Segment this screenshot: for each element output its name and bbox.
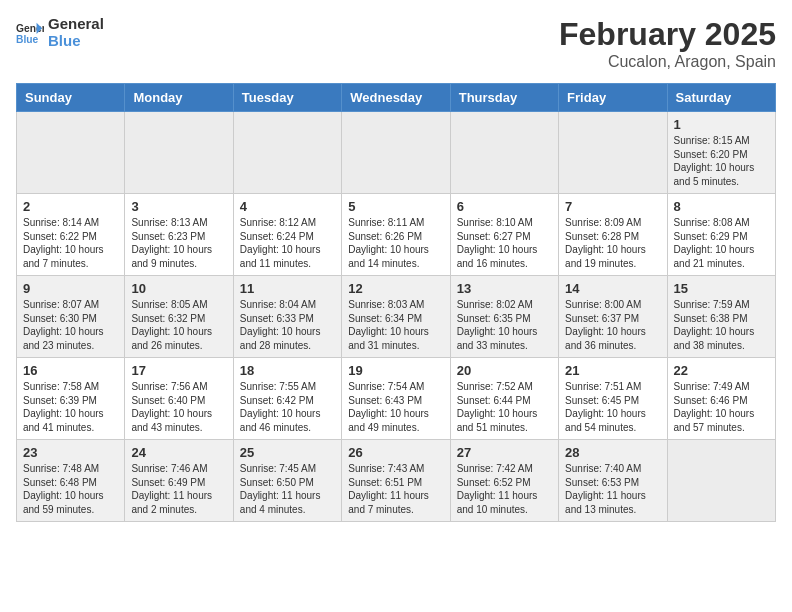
calendar-week-row: 23Sunrise: 7:48 AM Sunset: 6:48 PM Dayli… [17, 440, 776, 522]
day-number: 23 [23, 445, 118, 460]
cell-info: Sunrise: 8:09 AM Sunset: 6:28 PM Dayligh… [565, 216, 660, 270]
calendar-cell: 11Sunrise: 8:04 AM Sunset: 6:33 PM Dayli… [233, 276, 341, 358]
calendar-cell: 18Sunrise: 7:55 AM Sunset: 6:42 PM Dayli… [233, 358, 341, 440]
calendar-cell [559, 112, 667, 194]
calendar-cell: 12Sunrise: 8:03 AM Sunset: 6:34 PM Dayli… [342, 276, 450, 358]
cell-info: Sunrise: 8:04 AM Sunset: 6:33 PM Dayligh… [240, 298, 335, 352]
calendar-cell: 10Sunrise: 8:05 AM Sunset: 6:32 PM Dayli… [125, 276, 233, 358]
cell-info: Sunrise: 8:15 AM Sunset: 6:20 PM Dayligh… [674, 134, 769, 188]
cell-info: Sunrise: 7:46 AM Sunset: 6:49 PM Dayligh… [131, 462, 226, 516]
calendar-cell [342, 112, 450, 194]
calendar-cell: 26Sunrise: 7:43 AM Sunset: 6:51 PM Dayli… [342, 440, 450, 522]
day-number: 16 [23, 363, 118, 378]
calendar-cell: 19Sunrise: 7:54 AM Sunset: 6:43 PM Dayli… [342, 358, 450, 440]
calendar-week-row: 9Sunrise: 8:07 AM Sunset: 6:30 PM Daylig… [17, 276, 776, 358]
weekday-header-monday: Monday [125, 84, 233, 112]
cell-info: Sunrise: 7:49 AM Sunset: 6:46 PM Dayligh… [674, 380, 769, 434]
calendar-cell: 21Sunrise: 7:51 AM Sunset: 6:45 PM Dayli… [559, 358, 667, 440]
logo-text-blue: Blue [48, 33, 104, 50]
day-number: 22 [674, 363, 769, 378]
cell-info: Sunrise: 7:45 AM Sunset: 6:50 PM Dayligh… [240, 462, 335, 516]
day-number: 14 [565, 281, 660, 296]
day-number: 24 [131, 445, 226, 460]
calendar-cell: 16Sunrise: 7:58 AM Sunset: 6:39 PM Dayli… [17, 358, 125, 440]
cell-info: Sunrise: 7:40 AM Sunset: 6:53 PM Dayligh… [565, 462, 660, 516]
cell-info: Sunrise: 7:54 AM Sunset: 6:43 PM Dayligh… [348, 380, 443, 434]
month-year: February 2025 [559, 16, 776, 53]
logo-text-general: General [48, 16, 104, 33]
calendar-cell: 28Sunrise: 7:40 AM Sunset: 6:53 PM Dayli… [559, 440, 667, 522]
weekday-header-sunday: Sunday [17, 84, 125, 112]
day-number: 5 [348, 199, 443, 214]
day-number: 21 [565, 363, 660, 378]
calendar-cell: 25Sunrise: 7:45 AM Sunset: 6:50 PM Dayli… [233, 440, 341, 522]
cell-info: Sunrise: 7:55 AM Sunset: 6:42 PM Dayligh… [240, 380, 335, 434]
cell-info: Sunrise: 8:11 AM Sunset: 6:26 PM Dayligh… [348, 216, 443, 270]
day-number: 20 [457, 363, 552, 378]
calendar-cell: 20Sunrise: 7:52 AM Sunset: 6:44 PM Dayli… [450, 358, 558, 440]
cell-info: Sunrise: 8:00 AM Sunset: 6:37 PM Dayligh… [565, 298, 660, 352]
day-number: 11 [240, 281, 335, 296]
weekday-header-thursday: Thursday [450, 84, 558, 112]
weekday-header-wednesday: Wednesday [342, 84, 450, 112]
calendar-cell: 9Sunrise: 8:07 AM Sunset: 6:30 PM Daylig… [17, 276, 125, 358]
calendar-week-row: 16Sunrise: 7:58 AM Sunset: 6:39 PM Dayli… [17, 358, 776, 440]
calendar-week-row: 2Sunrise: 8:14 AM Sunset: 6:22 PM Daylig… [17, 194, 776, 276]
calendar-cell: 7Sunrise: 8:09 AM Sunset: 6:28 PM Daylig… [559, 194, 667, 276]
calendar-table: SundayMondayTuesdayWednesdayThursdayFrid… [16, 83, 776, 522]
calendar-header-row: SundayMondayTuesdayWednesdayThursdayFrid… [17, 84, 776, 112]
calendar-cell: 13Sunrise: 8:02 AM Sunset: 6:35 PM Dayli… [450, 276, 558, 358]
day-number: 17 [131, 363, 226, 378]
day-number: 15 [674, 281, 769, 296]
calendar-cell: 6Sunrise: 8:10 AM Sunset: 6:27 PM Daylig… [450, 194, 558, 276]
cell-info: Sunrise: 8:07 AM Sunset: 6:30 PM Dayligh… [23, 298, 118, 352]
logo-icon: General Blue [16, 19, 44, 47]
calendar-cell [667, 440, 775, 522]
day-number: 7 [565, 199, 660, 214]
day-number: 19 [348, 363, 443, 378]
calendar-cell: 14Sunrise: 8:00 AM Sunset: 6:37 PM Dayli… [559, 276, 667, 358]
calendar-cell: 5Sunrise: 8:11 AM Sunset: 6:26 PM Daylig… [342, 194, 450, 276]
cell-info: Sunrise: 7:43 AM Sunset: 6:51 PM Dayligh… [348, 462, 443, 516]
weekday-header-friday: Friday [559, 84, 667, 112]
cell-info: Sunrise: 7:42 AM Sunset: 6:52 PM Dayligh… [457, 462, 552, 516]
day-number: 26 [348, 445, 443, 460]
cell-info: Sunrise: 8:08 AM Sunset: 6:29 PM Dayligh… [674, 216, 769, 270]
calendar-cell: 23Sunrise: 7:48 AM Sunset: 6:48 PM Dayli… [17, 440, 125, 522]
logo: General Blue General Blue [16, 16, 104, 49]
day-number: 1 [674, 117, 769, 132]
weekday-header-tuesday: Tuesday [233, 84, 341, 112]
cell-info: Sunrise: 8:03 AM Sunset: 6:34 PM Dayligh… [348, 298, 443, 352]
day-number: 2 [23, 199, 118, 214]
calendar-cell [233, 112, 341, 194]
weekday-header-saturday: Saturday [667, 84, 775, 112]
title-block: February 2025 Cucalon, Aragon, Spain [559, 16, 776, 71]
day-number: 8 [674, 199, 769, 214]
day-number: 9 [23, 281, 118, 296]
cell-info: Sunrise: 8:14 AM Sunset: 6:22 PM Dayligh… [23, 216, 118, 270]
cell-info: Sunrise: 7:51 AM Sunset: 6:45 PM Dayligh… [565, 380, 660, 434]
calendar-cell: 15Sunrise: 7:59 AM Sunset: 6:38 PM Dayli… [667, 276, 775, 358]
calendar-cell: 27Sunrise: 7:42 AM Sunset: 6:52 PM Dayli… [450, 440, 558, 522]
day-number: 3 [131, 199, 226, 214]
cell-info: Sunrise: 8:10 AM Sunset: 6:27 PM Dayligh… [457, 216, 552, 270]
day-number: 27 [457, 445, 552, 460]
page-header: General Blue General Blue February 2025 … [16, 16, 776, 71]
day-number: 13 [457, 281, 552, 296]
cell-info: Sunrise: 7:52 AM Sunset: 6:44 PM Dayligh… [457, 380, 552, 434]
day-number: 28 [565, 445, 660, 460]
cell-info: Sunrise: 8:12 AM Sunset: 6:24 PM Dayligh… [240, 216, 335, 270]
cell-info: Sunrise: 8:05 AM Sunset: 6:32 PM Dayligh… [131, 298, 226, 352]
cell-info: Sunrise: 8:02 AM Sunset: 6:35 PM Dayligh… [457, 298, 552, 352]
cell-info: Sunrise: 7:59 AM Sunset: 6:38 PM Dayligh… [674, 298, 769, 352]
location: Cucalon, Aragon, Spain [559, 53, 776, 71]
calendar-week-row: 1Sunrise: 8:15 AM Sunset: 6:20 PM Daylig… [17, 112, 776, 194]
calendar-cell: 3Sunrise: 8:13 AM Sunset: 6:23 PM Daylig… [125, 194, 233, 276]
day-number: 18 [240, 363, 335, 378]
cell-info: Sunrise: 7:56 AM Sunset: 6:40 PM Dayligh… [131, 380, 226, 434]
calendar-cell: 1Sunrise: 8:15 AM Sunset: 6:20 PM Daylig… [667, 112, 775, 194]
calendar-cell: 4Sunrise: 8:12 AM Sunset: 6:24 PM Daylig… [233, 194, 341, 276]
day-number: 12 [348, 281, 443, 296]
cell-info: Sunrise: 7:48 AM Sunset: 6:48 PM Dayligh… [23, 462, 118, 516]
day-number: 4 [240, 199, 335, 214]
